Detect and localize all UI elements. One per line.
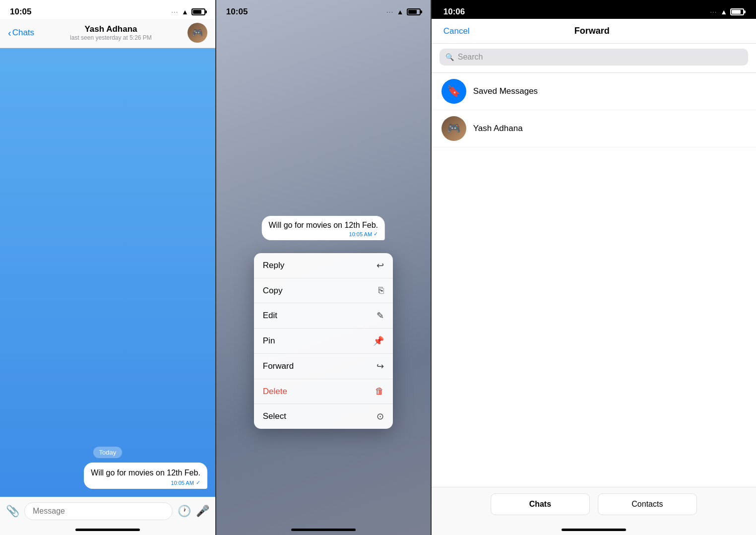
message-time: 10:05 AM	[171, 480, 193, 486]
forward-header: Cancel Forward	[432, 19, 756, 44]
attach-icon[interactable]: 📎	[6, 505, 19, 518]
saved-messages-avatar: 🔖	[441, 79, 466, 104]
chat-messages: Today Will go for movies on 12th Feb. 10…	[0, 48, 215, 497]
context-menu-item-pin[interactable]: Pin 📌	[254, 329, 393, 354]
home-indicator-3	[562, 529, 626, 531]
cancel-button[interactable]: Cancel	[443, 26, 470, 36]
back-label: Chats	[12, 28, 34, 38]
contact-status: last seen yesterday at 5:26 PM	[38, 34, 184, 41]
back-button[interactable]: ‹ Chats	[8, 27, 34, 39]
date-label: Today	[93, 447, 123, 458]
yash-avatar: 🎮	[441, 116, 466, 141]
forward-icon: ↪	[377, 361, 384, 372]
copy-icon: ⎘	[378, 285, 384, 296]
status-icons-3: ··· ▲	[710, 8, 744, 16]
edit-label: Edit	[263, 311, 277, 321]
battery-icon-3	[730, 8, 744, 15]
battery-icon	[191, 8, 205, 15]
battery-fill	[193, 10, 202, 14]
context-message-time: 10:05 AM	[349, 231, 372, 237]
context-message-meta: 10:05 AM ✓	[269, 231, 378, 237]
forward-panel: 10:06 ··· ▲ Cancel Forward 🔍 Search 🔖 Sa…	[432, 0, 756, 535]
search-bar[interactable]: 🔍 Search	[440, 49, 748, 66]
saved-messages-icon: 🔖	[447, 85, 460, 98]
status-time-3: 10:06	[443, 7, 465, 17]
message-text: Will go for movies on 12th Feb.	[91, 468, 200, 478]
pin-label: Pin	[263, 336, 275, 346]
forward-title: Forward	[574, 26, 610, 36]
reply-icon: ↩	[377, 260, 384, 271]
context-menu-item-reply[interactable]: Reply ↩	[254, 253, 393, 278]
status-icons-2: ··· ▲	[387, 8, 421, 16]
yash-avatar-icon: 🎮	[447, 122, 460, 135]
back-arrow-icon: ‹	[8, 27, 11, 39]
forward-item-saved-messages[interactable]: 🔖 Saved Messages	[432, 73, 756, 110]
tab-contacts[interactable]: Contacts	[598, 493, 697, 515]
select-label: Select	[263, 411, 286, 421]
message-bubble[interactable]: Will go for movies on 12th Feb. 10:05 AM…	[84, 463, 207, 489]
avatar[interactable]: 🎮	[188, 23, 207, 43]
edit-icon: ✎	[377, 310, 384, 321]
chat-panel: 10:05 ··· ▲ ‹ Chats Yash Adhana last see…	[0, 0, 215, 535]
yash-name: Yash Adhana	[473, 124, 523, 134]
forward-label: Forward	[263, 361, 294, 371]
sticker-icon[interactable]: 🕐	[178, 505, 191, 518]
date-badge: Today	[8, 448, 207, 457]
search-placeholder: Search	[458, 53, 483, 62]
status-bar-2: 10:05 ··· ▲	[216, 0, 431, 19]
saved-messages-name: Saved Messages	[473, 86, 538, 96]
context-panel: 10:05 ··· ▲ Will go for movies on 12th F…	[216, 0, 431, 535]
message-meta: 10:05 AM ✓	[91, 479, 200, 486]
select-icon: ⊙	[377, 411, 384, 422]
battery-fill-2	[408, 10, 417, 14]
read-tick-icon: ✓	[196, 479, 200, 486]
context-message-text: Will go for movies on 12th Feb.	[269, 221, 378, 230]
status-bar-3: 10:06 ··· ▲	[432, 0, 756, 19]
search-icon: 🔍	[445, 53, 454, 61]
context-menu-item-forward[interactable]: Forward ↪	[254, 354, 393, 379]
context-message-bubble: Will go for movies on 12th Feb. 10:05 AM…	[262, 216, 385, 240]
status-icons-1: ··· ▲	[172, 8, 205, 16]
battery-icon-2	[407, 8, 421, 15]
forward-tabs: Chats Contacts	[432, 487, 756, 535]
signal-icon-3: ···	[710, 9, 717, 15]
battery-fill-3	[732, 10, 741, 14]
status-bar-1: 10:05 ··· ▲	[0, 0, 215, 19]
status-time-1: 10:05	[10, 7, 31, 17]
copy-label: Copy	[263, 286, 283, 296]
home-indicator-1	[75, 529, 140, 531]
wifi-icon-3: ▲	[720, 8, 727, 16]
header-info: Yash Adhana last seen yesterday at 5:26 …	[38, 24, 184, 41]
tab-chats[interactable]: Chats	[491, 493, 590, 515]
chat-header: ‹ Chats Yash Adhana last seen yesterday …	[0, 19, 215, 48]
message-input[interactable]	[24, 502, 173, 520]
context-menu-item-copy[interactable]: Copy ⎘	[254, 278, 393, 303]
context-read-tick: ✓	[374, 231, 378, 237]
wifi-icon-2: ▲	[397, 8, 404, 16]
home-indicator-2	[291, 529, 356, 531]
context-menu-item-delete[interactable]: Delete 🗑	[254, 379, 393, 404]
wifi-icon: ▲	[182, 8, 189, 16]
signal-icon-2: ···	[387, 9, 394, 15]
context-menu: Reply ↩ Copy ⎘ Edit ✎ Pin 📌 Forward ↪ De…	[254, 253, 393, 429]
delete-icon: 🗑	[375, 386, 384, 397]
forward-contact-list: 🔖 Saved Messages 🎮 Yash Adhana	[432, 73, 756, 487]
context-menu-item-edit[interactable]: Edit ✎	[254, 303, 393, 329]
search-bar-container: 🔍 Search	[432, 44, 756, 73]
signal-icon: ···	[172, 9, 179, 15]
avatar-image: 🎮	[188, 23, 207, 43]
status-time-2: 10:05	[226, 7, 248, 17]
voice-icon[interactable]: 🎤	[196, 505, 209, 518]
reply-label: Reply	[263, 261, 284, 270]
pin-icon: 📌	[373, 335, 384, 346]
context-menu-item-select[interactable]: Select ⊙	[254, 404, 393, 429]
forward-item-yash[interactable]: 🎮 Yash Adhana	[432, 110, 756, 147]
contact-name: Yash Adhana	[38, 24, 184, 34]
delete-label: Delete	[263, 387, 287, 397]
